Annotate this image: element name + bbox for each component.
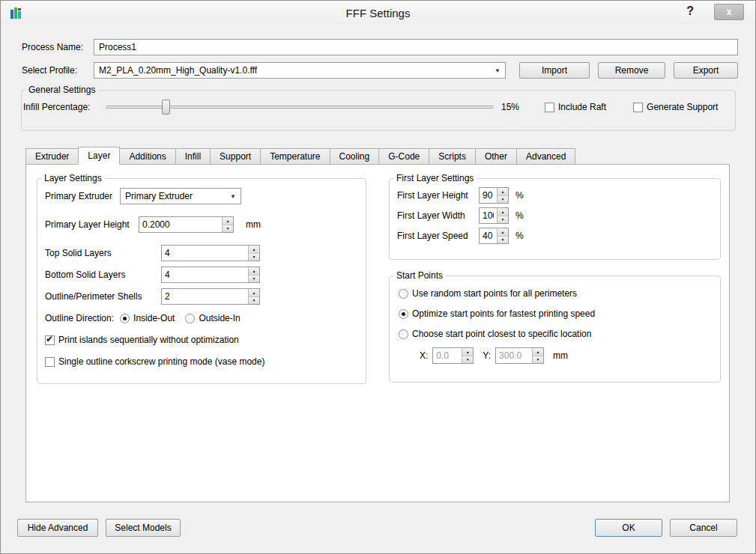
spin-up-button[interactable]: ▲: [249, 289, 259, 296]
process-name-input[interactable]: [94, 39, 738, 55]
tab-cooling[interactable]: Cooling: [330, 148, 380, 164]
inside-out-label: Inside-Out: [133, 313, 175, 323]
spin-down-button[interactable]: ▼: [223, 225, 233, 233]
spin-up-button[interactable]: ▲: [249, 267, 259, 275]
export-button[interactable]: Export: [674, 62, 738, 79]
ok-button[interactable]: OK: [595, 519, 662, 537]
first-layer-speed-label: First Layer Speed: [397, 231, 479, 241]
print-islands-row: Print islands sequentially without optim…: [45, 332, 366, 348]
primary-extruder-dropdown[interactable]: Primary Extruder ▼: [120, 188, 241, 204]
infill-slider[interactable]: [106, 100, 494, 115]
tab-temperature[interactable]: Temperature: [260, 148, 330, 164]
start-y-spinner: ▲ ▼: [495, 347, 544, 364]
spin-down-button[interactable]: ▼: [498, 216, 508, 224]
cancel-button[interactable]: Cancel: [670, 519, 737, 537]
spin-down-button[interactable]: ▼: [498, 236, 508, 244]
inside-out-radio[interactable]: [120, 314, 130, 323]
tab-extruder[interactable]: Extruder: [25, 148, 79, 164]
include-raft-checkbox[interactable]: [545, 103, 554, 112]
window-title: FFF Settings: [1, 7, 755, 19]
spinner-buttons: ▲ ▼: [497, 208, 508, 223]
tab-scripts[interactable]: Scripts: [429, 148, 476, 164]
import-button[interactable]: Import: [519, 62, 590, 79]
start-point-xy-row: X: ▲ ▼ Y: ▲ ▼ mm: [420, 347, 720, 364]
first-layer-width-spinner: ▲ ▼: [479, 207, 509, 224]
spin-up-button[interactable]: ▲: [498, 228, 508, 236]
tab-gcode[interactable]: G-Code: [378, 148, 429, 164]
top-solid-layers-spinner: ▲ ▼: [161, 245, 260, 261]
spin-down-button[interactable]: ▼: [533, 356, 543, 364]
spin-down-button[interactable]: ▼: [249, 253, 259, 261]
spin-up-button[interactable]: ▲: [223, 217, 233, 225]
tab-layer[interactable]: Layer: [78, 147, 120, 165]
start-x-input[interactable]: [433, 348, 462, 363]
spinner-buttons: ▲ ▼: [497, 188, 508, 203]
close-button[interactable]: x: [714, 4, 744, 20]
help-button[interactable]: ?: [686, 4, 694, 18]
chevron-down-icon: ▼: [495, 68, 501, 74]
include-raft-group: Include Raft: [545, 102, 606, 112]
closest-start-row: Choose start point closest to specific l…: [399, 326, 720, 341]
first-layer-speed-input[interactable]: [480, 228, 497, 243]
optimize-start-radio[interactable]: [399, 309, 408, 319]
start-x-spinner: ▲ ▼: [432, 347, 474, 364]
generate-support-checkbox[interactable]: [633, 103, 643, 112]
first-layer-speed-spinner: ▲ ▼: [479, 228, 509, 244]
closest-start-label: Choose start point closest to specific l…: [412, 329, 591, 339]
outside-in-label: Outside-In: [199, 313, 240, 323]
outside-in-radio[interactable]: [185, 314, 195, 323]
tab-infill[interactable]: Infill: [175, 148, 211, 164]
layer-settings-title: Layer Settings: [41, 173, 105, 183]
bottom-solid-layers-spinner: ▲ ▼: [161, 267, 260, 283]
select-models-button[interactable]: Select Models: [106, 519, 181, 537]
spin-up-button[interactable]: ▲: [533, 348, 543, 356]
spinner-buttons: ▲ ▼: [248, 246, 259, 261]
outline-shells-input[interactable]: [162, 289, 248, 304]
spin-down-button[interactable]: ▼: [462, 356, 473, 364]
hide-advanced-button[interactable]: Hide Advanced: [17, 519, 98, 537]
generate-support-label: Generate Support: [647, 102, 718, 112]
outline-shells-label: Outline/Perimeter Shells: [45, 291, 161, 302]
select-profile-label: Select Profile:: [22, 65, 94, 76]
top-solid-layers-input[interactable]: [162, 246, 248, 261]
first-layer-speed-unit: %: [515, 231, 524, 241]
spin-up-button[interactable]: ▲: [498, 188, 508, 195]
remove-button[interactable]: Remove: [598, 62, 665, 79]
primary-layer-height-input[interactable]: [139, 217, 222, 232]
random-start-label: Use random start points for all perimete…: [412, 288, 577, 299]
spin-up-button[interactable]: ▲: [249, 246, 259, 253]
x-label: X:: [420, 350, 428, 361]
primary-extruder-value: Primary Extruder: [125, 191, 193, 201]
start-y-input[interactable]: [496, 348, 532, 363]
process-name-row: Process Name:: [22, 39, 738, 55]
process-name-label: Process Name:: [22, 42, 94, 52]
optimize-start-label: Optimize start points for fastest printi…: [412, 308, 595, 319]
random-start-radio[interactable]: [399, 289, 408, 299]
tab-support[interactable]: Support: [210, 148, 261, 164]
spin-down-button[interactable]: ▼: [498, 195, 508, 204]
footer-left: Hide Advanced Select Models: [17, 519, 181, 537]
bottom-solid-layers-input[interactable]: [162, 267, 248, 282]
tab-advanced[interactable]: Advanced: [516, 148, 575, 164]
bottom-solid-layers-row: Bottom Solid Layers ▲ ▼: [45, 267, 366, 283]
tab-additions[interactable]: Additions: [119, 148, 175, 164]
spin-up-button[interactable]: ▲: [498, 208, 508, 216]
primary-layer-height-spinner: ▲ ▼: [139, 216, 234, 233]
spin-up-button[interactable]: ▲: [462, 348, 473, 356]
vase-mode-checkbox[interactable]: [45, 357, 55, 367]
spinner-buttons: ▲ ▼: [532, 348, 543, 363]
infill-slider-thumb[interactable]: [162, 100, 170, 115]
first-layer-width-input[interactable]: [480, 208, 497, 223]
print-islands-checkbox[interactable]: [45, 335, 55, 345]
first-layer-height-input[interactable]: [480, 188, 497, 203]
primary-layer-height-unit: mm: [246, 219, 261, 230]
spin-down-button[interactable]: ▼: [249, 296, 259, 305]
spin-down-button[interactable]: ▼: [249, 275, 259, 283]
first-layer-height-unit: %: [515, 190, 524, 201]
profile-dropdown[interactable]: M2_PLA_0.20mm_High_Quality-v1.0.fff ▼: [94, 62, 506, 79]
general-settings-group: General Settings Infill Percentage: 15% …: [21, 85, 736, 131]
tab-other[interactable]: Other: [475, 148, 517, 164]
infill-percentage-value: 15%: [501, 102, 524, 112]
closest-start-radio[interactable]: [399, 329, 408, 339]
start-point-unit: mm: [553, 350, 568, 361]
